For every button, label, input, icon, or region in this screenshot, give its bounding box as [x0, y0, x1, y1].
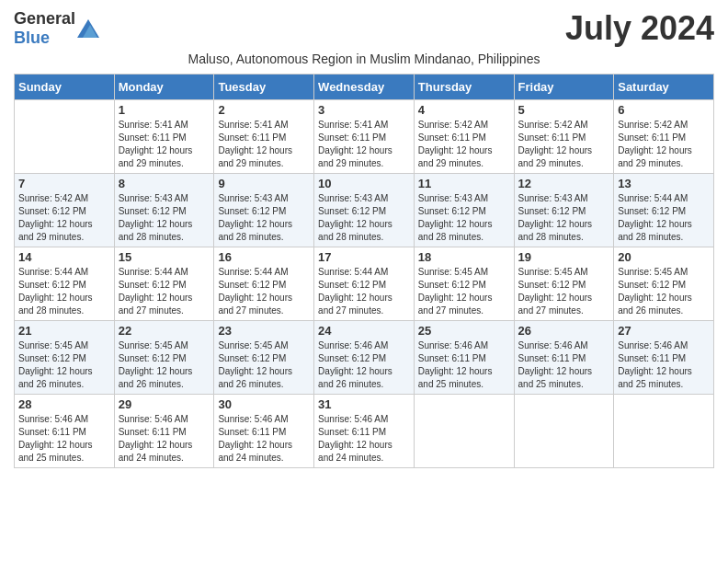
calendar-cell: 2Sunrise: 5:41 AMSunset: 6:11 PMDaylight…: [214, 100, 314, 174]
day-number: 24: [318, 324, 410, 338]
week-row-1: 1Sunrise: 5:41 AMSunset: 6:11 PMDaylight…: [15, 100, 714, 174]
day-number: 3: [318, 103, 410, 117]
day-number: 26: [518, 324, 610, 338]
day-info: Sunrise: 5:44 AMSunset: 6:12 PMDaylight:…: [18, 266, 110, 317]
day-info: Sunrise: 5:45 AMSunset: 6:12 PMDaylight:…: [119, 339, 210, 391]
day-number: 15: [119, 250, 210, 264]
day-info: Sunrise: 5:42 AMSunset: 6:11 PMDaylight:…: [418, 119, 510, 170]
day-info: Sunrise: 5:43 AMSunset: 6:12 PMDaylight:…: [119, 192, 210, 244]
calendar-cell: 7Sunrise: 5:42 AMSunset: 6:12 PMDaylight…: [15, 174, 115, 247]
calendar-cell: [15, 100, 115, 174]
day-info: Sunrise: 5:42 AMSunset: 6:12 PMDaylight:…: [18, 192, 110, 244]
day-info: Sunrise: 5:46 AMSunset: 6:11 PMDaylight:…: [218, 413, 310, 465]
weekday-header-friday: Friday: [514, 75, 614, 100]
day-info: Sunrise: 5:46 AMSunset: 6:11 PMDaylight:…: [518, 339, 610, 391]
weekday-header-tuesday: Tuesday: [214, 75, 314, 100]
day-number: 28: [18, 397, 110, 411]
day-number: 30: [218, 397, 310, 411]
day-info: Sunrise: 5:42 AMSunset: 6:11 PMDaylight:…: [618, 119, 710, 170]
weekday-header-row: SundayMondayTuesdayWednesdayThursdayFrid…: [15, 75, 714, 100]
day-number: 23: [218, 324, 310, 338]
weekday-header-thursday: Thursday: [414, 75, 514, 100]
week-row-2: 7Sunrise: 5:42 AMSunset: 6:12 PMDaylight…: [15, 174, 714, 247]
calendar-cell: 5Sunrise: 5:42 AMSunset: 6:11 PMDaylight…: [514, 100, 614, 174]
calendar-cell: 14Sunrise: 5:44 AMSunset: 6:12 PMDayligh…: [15, 247, 115, 321]
day-number: 4: [418, 103, 510, 117]
calendar-cell: 3Sunrise: 5:41 AMSunset: 6:11 PMDaylight…: [314, 100, 415, 174]
day-info: Sunrise: 5:46 AMSunset: 6:12 PMDaylight:…: [318, 339, 410, 391]
day-number: 20: [618, 250, 710, 264]
calendar-cell: 10Sunrise: 5:43 AMSunset: 6:12 PMDayligh…: [314, 174, 415, 247]
day-number: 8: [119, 177, 210, 190]
day-number: 16: [218, 250, 310, 264]
logo-blue: Blue: [14, 29, 50, 47]
calendar-cell: 11Sunrise: 5:43 AMSunset: 6:12 PMDayligh…: [414, 174, 514, 247]
day-info: Sunrise: 5:45 AMSunset: 6:12 PMDaylight:…: [218, 339, 310, 391]
week-row-3: 14Sunrise: 5:44 AMSunset: 6:12 PMDayligh…: [15, 247, 714, 321]
weekday-header-saturday: Saturday: [614, 75, 714, 100]
header: General Blue July 2024: [14, 9, 714, 48]
day-info: Sunrise: 5:43 AMSunset: 6:12 PMDaylight:…: [518, 192, 610, 244]
logo-text: General Blue: [14, 9, 75, 48]
day-number: 13: [618, 177, 710, 190]
calendar-cell: 16Sunrise: 5:44 AMSunset: 6:12 PMDayligh…: [214, 247, 314, 321]
day-info: Sunrise: 5:42 AMSunset: 6:11 PMDaylight:…: [518, 119, 610, 170]
day-info: Sunrise: 5:45 AMSunset: 6:12 PMDaylight:…: [618, 266, 710, 317]
day-number: 18: [418, 250, 510, 264]
day-number: 11: [418, 177, 510, 190]
day-number: 31: [318, 397, 410, 411]
subtitle: Maluso, Autonomous Region in Muslim Mind…: [14, 52, 714, 66]
calendar-cell: 28Sunrise: 5:46 AMSunset: 6:11 PMDayligh…: [15, 395, 115, 468]
calendar-cell: 12Sunrise: 5:43 AMSunset: 6:12 PMDayligh…: [514, 174, 614, 247]
day-info: Sunrise: 5:41 AMSunset: 6:11 PMDaylight:…: [218, 119, 310, 170]
calendar-cell: 27Sunrise: 5:46 AMSunset: 6:11 PMDayligh…: [614, 321, 714, 395]
day-info: Sunrise: 5:41 AMSunset: 6:11 PMDaylight:…: [119, 119, 210, 170]
calendar-cell: 9Sunrise: 5:43 AMSunset: 6:12 PMDaylight…: [214, 174, 314, 247]
day-info: Sunrise: 5:46 AMSunset: 6:11 PMDaylight:…: [418, 339, 510, 391]
calendar-cell: 22Sunrise: 5:45 AMSunset: 6:12 PMDayligh…: [114, 321, 214, 395]
calendar-cell: 4Sunrise: 5:42 AMSunset: 6:11 PMDaylight…: [414, 100, 514, 174]
day-number: 7: [18, 177, 110, 190]
calendar-cell: 18Sunrise: 5:45 AMSunset: 6:12 PMDayligh…: [414, 247, 514, 321]
weekday-header-wednesday: Wednesday: [314, 75, 415, 100]
calendar-cell: 8Sunrise: 5:43 AMSunset: 6:12 PMDaylight…: [114, 174, 214, 247]
day-number: 22: [119, 324, 210, 338]
calendar-cell: [614, 395, 714, 468]
day-info: Sunrise: 5:41 AMSunset: 6:11 PMDaylight:…: [318, 119, 410, 170]
day-info: Sunrise: 5:44 AMSunset: 6:12 PMDaylight:…: [618, 192, 710, 244]
calendar-cell: 31Sunrise: 5:46 AMSunset: 6:11 PMDayligh…: [314, 395, 415, 468]
day-number: 1: [119, 103, 210, 117]
day-info: Sunrise: 5:44 AMSunset: 6:12 PMDaylight:…: [218, 266, 310, 317]
day-number: 10: [318, 177, 410, 190]
calendar-cell: 19Sunrise: 5:45 AMSunset: 6:12 PMDayligh…: [514, 247, 614, 321]
day-number: 25: [418, 324, 510, 338]
calendar-cell: 24Sunrise: 5:46 AMSunset: 6:12 PMDayligh…: [314, 321, 415, 395]
day-number: 2: [218, 103, 310, 117]
day-number: 9: [218, 177, 310, 190]
calendar-cell: 13Sunrise: 5:44 AMSunset: 6:12 PMDayligh…: [614, 174, 714, 247]
day-info: Sunrise: 5:46 AMSunset: 6:11 PMDaylight:…: [18, 413, 110, 465]
day-number: 12: [518, 177, 610, 190]
weekday-header-monday: Monday: [114, 75, 214, 100]
day-number: 5: [518, 103, 610, 117]
calendar-cell: 1Sunrise: 5:41 AMSunset: 6:11 PMDaylight…: [114, 100, 214, 174]
day-number: 19: [518, 250, 610, 264]
day-info: Sunrise: 5:46 AMSunset: 6:11 PMDaylight:…: [618, 339, 710, 391]
calendar-cell: 26Sunrise: 5:46 AMSunset: 6:11 PMDayligh…: [514, 321, 614, 395]
calendar-cell: 15Sunrise: 5:44 AMSunset: 6:12 PMDayligh…: [114, 247, 214, 321]
calendar-cell: 23Sunrise: 5:45 AMSunset: 6:12 PMDayligh…: [214, 321, 314, 395]
calendar-cell: 29Sunrise: 5:46 AMSunset: 6:11 PMDayligh…: [114, 395, 214, 468]
day-number: 29: [119, 397, 210, 411]
day-number: 17: [318, 250, 410, 264]
day-number: 6: [618, 103, 710, 117]
day-number: 21: [18, 324, 110, 338]
day-info: Sunrise: 5:46 AMSunset: 6:11 PMDaylight:…: [119, 413, 210, 465]
calendar-cell: 25Sunrise: 5:46 AMSunset: 6:11 PMDayligh…: [414, 321, 514, 395]
day-info: Sunrise: 5:45 AMSunset: 6:12 PMDaylight:…: [418, 266, 510, 317]
logo-general: General: [14, 9, 75, 28]
day-info: Sunrise: 5:44 AMSunset: 6:12 PMDaylight:…: [318, 266, 410, 317]
day-number: 27: [618, 324, 710, 338]
day-info: Sunrise: 5:45 AMSunset: 6:12 PMDaylight:…: [18, 339, 110, 391]
week-row-5: 28Sunrise: 5:46 AMSunset: 6:11 PMDayligh…: [15, 395, 714, 468]
calendar-cell: [414, 395, 514, 468]
